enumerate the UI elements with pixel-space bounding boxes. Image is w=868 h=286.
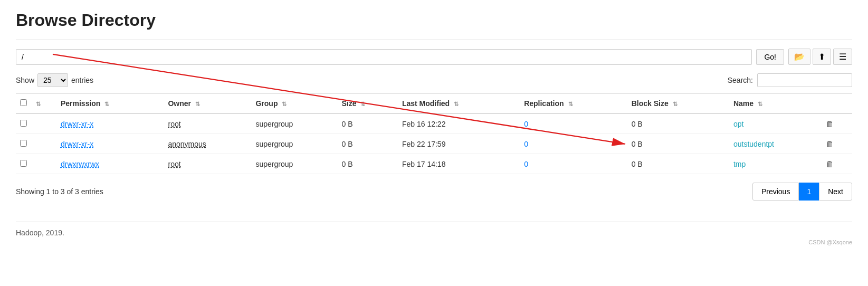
row-sort-2 [32,154,56,174]
row-delete-0[interactable]: 🗑 [822,113,852,134]
directory-table-container: ⇅ Permission ⇅ Owner ⇅ Group ⇅ Size ⇅ La… [16,93,852,174]
row-permission-2: drwxrwxrwx [56,154,164,174]
row-checkbox-1[interactable] [16,134,32,154]
toolbar-icons: 📂 ⬆ ☰ [788,49,852,65]
row-name-2[interactable]: tmp [729,154,822,174]
row-owner-0: root [164,113,251,134]
row-checkbox-2[interactable] [16,154,32,174]
row-modified-0: Feb 16 12:22 [398,113,520,134]
col-name[interactable]: Name ⇅ [729,94,822,114]
show-label: Show [16,76,34,84]
search-row: Search: [728,73,852,87]
row-permission-0: drwxr-xr-x [56,113,164,134]
row-owner-2: root [164,154,251,174]
row-blocksize-2: 0 B [627,154,729,174]
row-name-1[interactable]: outstudentpt [729,134,822,154]
row-sort-0 [32,113,56,134]
col-group[interactable]: Group ⇅ [251,94,337,114]
entries-select[interactable]: 10 25 50 100 [37,73,68,87]
current-page[interactable]: 1 [799,183,819,201]
row-checkbox-0[interactable] [16,113,32,134]
row-modified-2: Feb 17 14:18 [398,154,520,174]
directory-table: ⇅ Permission ⇅ Owner ⇅ Group ⇅ Size ⇅ La… [16,93,852,174]
row-replication-1[interactable]: 0 [520,134,627,154]
search-label: Search: [728,76,753,84]
col-replication[interactable]: Replication ⇅ [520,94,627,114]
row-delete-1[interactable]: 🗑 [822,134,852,154]
col-owner[interactable]: Owner ⇅ [164,94,251,114]
col-actions [822,94,852,114]
watermark: CSDN @Xsqone [16,239,852,245]
footer-text: Hadoop, 2019. [16,228,64,237]
search-input[interactable] [757,73,852,87]
upload-icon-button[interactable]: ⬆ [813,49,831,65]
row-name-0[interactable]: opt [729,113,822,134]
row-delete-2[interactable]: 🗑 [822,154,852,174]
row-replication-2[interactable]: 0 [520,154,627,174]
row-group-0: supergroup [251,113,337,134]
show-entries: Show 10 25 50 100 entries [16,73,93,87]
row-size-0: 0 B [338,113,398,134]
page-title: Browse Directory [16,11,852,30]
pagination: Previous 1 Next [752,183,852,201]
row-group-1: supergroup [251,134,337,154]
row-permission-1: drwxr-xr-x [56,134,164,154]
col-block-size[interactable]: Block Size ⇅ [627,94,729,114]
list-icon-button[interactable]: ☰ [833,49,852,65]
row-blocksize-1: 0 B [627,134,729,154]
row-blocksize-0: 0 B [627,113,729,134]
select-all-col [16,94,32,114]
col-permission[interactable]: Permission ⇅ [56,94,164,114]
row-group-2: supergroup [251,154,337,174]
path-bar: Go! 📂 ⬆ ☰ [16,49,852,65]
showing-text: Showing 1 to 3 of 3 entries [16,187,103,196]
entries-label: entries [71,76,93,84]
row-sort-1 [32,134,56,154]
col-size[interactable]: Size ⇅ [338,94,398,114]
row-modified-1: Feb 22 17:59 [398,134,520,154]
row-size-1: 0 B [338,134,398,154]
folder-icon-button[interactable]: 📂 [788,49,810,65]
path-input[interactable] [16,49,752,65]
row-size-2: 0 B [338,154,398,174]
controls-row: Show 10 25 50 100 entries Search: [16,73,852,87]
table-row: drwxrwxrwx root supergroup 0 B Feb 17 14… [16,154,852,174]
select-all-checkbox[interactable] [20,99,27,106]
footer-info: Hadoop, 2019. [16,222,852,237]
next-button[interactable]: Next [819,183,852,201]
row-replication-0[interactable]: 0 [520,113,627,134]
table-row: drwxr-xr-x anonymous supergroup 0 B Feb … [16,134,852,154]
go-button[interactable]: Go! [756,49,784,65]
row-owner-1: anonymous [164,134,251,154]
footer-row: Showing 1 to 3 of 3 entries Previous 1 N… [16,183,852,201]
table-row: drwxr-xr-x root supergroup 0 B Feb 16 12… [16,113,852,134]
previous-button[interactable]: Previous [752,183,799,201]
col-last-modified[interactable]: Last Modified ⇅ [398,94,520,114]
sort-icon-col: ⇅ [32,94,56,114]
